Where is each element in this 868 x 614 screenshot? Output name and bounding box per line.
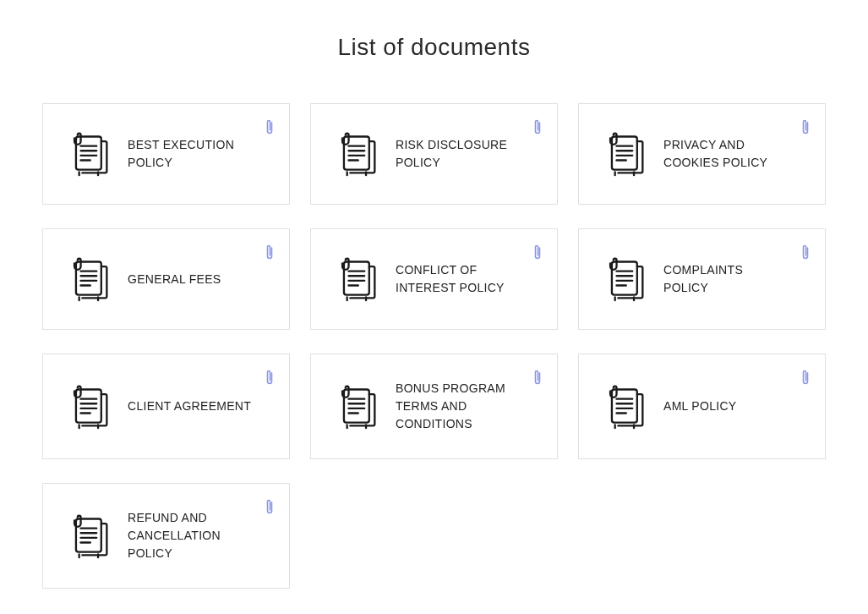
document-card[interactable]: CLIENT AGREEMENT bbox=[42, 354, 290, 459]
document-title: PRIVACY AND COOKIES POLICY bbox=[663, 136, 790, 172]
document-card[interactable]: REFUND AND CANCELLATION POLICY bbox=[42, 483, 290, 589]
document-icon bbox=[599, 383, 647, 430]
document-title: CONFLICT OF INTEREST POLICY bbox=[396, 261, 522, 297]
document-icon bbox=[599, 130, 647, 178]
document-title: CLIENT AGREEMENT bbox=[128, 397, 251, 415]
document-icon bbox=[331, 255, 379, 303]
document-card[interactable]: COMPLAINTS POLICY bbox=[578, 228, 826, 330]
paperclip-icon bbox=[533, 370, 542, 385]
document-title: REFUND AND CANCELLATION POLICY bbox=[128, 509, 254, 562]
document-icon bbox=[331, 383, 379, 430]
document-title: BEST EXECUTION POLICY bbox=[128, 136, 254, 172]
document-title: COMPLAINTS POLICY bbox=[663, 261, 790, 297]
document-icon bbox=[63, 130, 111, 178]
paperclip-icon bbox=[801, 119, 810, 134]
document-title: AML POLICY bbox=[663, 397, 737, 415]
document-icon bbox=[63, 383, 111, 430]
document-card[interactable]: PRIVACY AND COOKIES POLICY bbox=[578, 103, 826, 205]
document-card[interactable]: RISK DISCLOSURE POLICY bbox=[310, 103, 558, 205]
document-card[interactable]: AML POLICY bbox=[578, 354, 826, 459]
paperclip-icon bbox=[265, 119, 274, 134]
paperclip-icon bbox=[533, 244, 542, 260]
paperclip-icon bbox=[265, 499, 274, 514]
document-title: RISK DISCLOSURE POLICY bbox=[396, 136, 522, 172]
document-card[interactable]: BONUS PROGRAM TERMS AND CONDITIONS bbox=[310, 354, 558, 459]
document-icon bbox=[599, 255, 647, 303]
document-card[interactable]: CONFLICT OF INTEREST POLICY bbox=[310, 228, 558, 330]
paperclip-icon bbox=[265, 244, 274, 260]
document-icon bbox=[63, 513, 111, 560]
paperclip-icon bbox=[801, 244, 810, 260]
paperclip-icon bbox=[533, 119, 542, 134]
documents-grid: BEST EXECUTION POLICY RISK DISCLOSURE PO… bbox=[42, 103, 826, 589]
document-title: GENERAL FEES bbox=[128, 271, 221, 288]
page-title: List of documents bbox=[42, 34, 826, 61]
paperclip-icon bbox=[801, 370, 810, 385]
document-icon bbox=[331, 130, 379, 178]
document-title: BONUS PROGRAM TERMS AND CONDITIONS bbox=[396, 380, 522, 433]
document-card[interactable]: GENERAL FEES bbox=[42, 228, 290, 330]
paperclip-icon bbox=[265, 370, 274, 385]
document-card[interactable]: BEST EXECUTION POLICY bbox=[42, 103, 290, 205]
document-icon bbox=[63, 255, 111, 303]
